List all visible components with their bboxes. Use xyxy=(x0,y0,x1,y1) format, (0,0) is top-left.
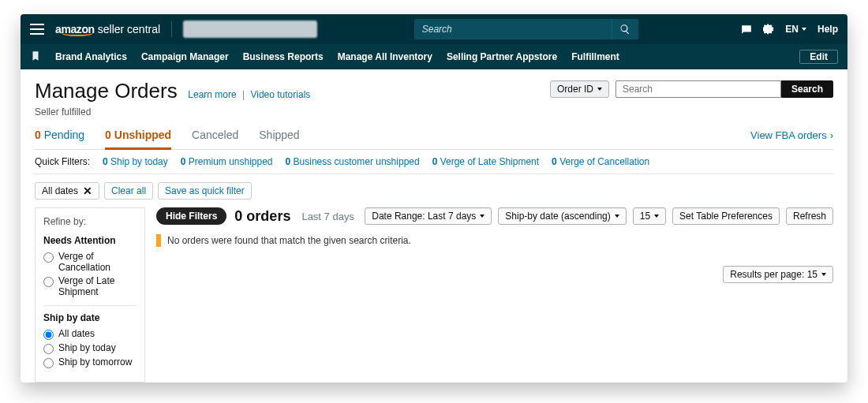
filter-chip-all-dates[interactable]: All dates ✕ xyxy=(35,182,99,200)
global-search xyxy=(414,19,638,39)
logo-sub: seller central xyxy=(98,23,160,35)
fba-link-label: View FBA orders xyxy=(750,129,827,141)
help-link[interactable]: Help xyxy=(817,24,838,35)
tab-count: 0 xyxy=(105,129,111,141)
qf-business-customer-unshipped[interactable]: 0 Business customer unshipped xyxy=(286,156,420,167)
warning-bar-icon xyxy=(156,234,161,247)
edit-nav-button[interactable]: Edit xyxy=(799,50,838,64)
results-per-page-dropdown[interactable]: Results per page: 15 xyxy=(723,266,833,283)
language-label: EN xyxy=(785,24,799,35)
date-range-dropdown[interactable]: Date Range: Last 7 days xyxy=(365,207,492,225)
tab-pending[interactable]: 0 Pending xyxy=(35,129,84,147)
save-quick-filter-button[interactable]: Save as quick filter xyxy=(158,182,252,200)
search-icon xyxy=(619,24,630,35)
orders-count: 0 orders xyxy=(234,208,290,225)
learn-more-link[interactable]: Learn more xyxy=(188,89,236,100)
logo-main: amazon xyxy=(55,23,95,35)
nav-campaign-manager[interactable]: Campaign Manager xyxy=(141,51,229,62)
sort-dropdown[interactable]: Ship-by date (ascending) xyxy=(498,207,626,225)
orders-range-label: Last 7 days xyxy=(301,211,354,222)
tab-label: Pending xyxy=(44,129,84,141)
tab-unshipped[interactable]: 0 Unshipped xyxy=(105,129,171,150)
radio-ship-by-today[interactable]: Ship by today xyxy=(43,342,137,354)
chevron-down-icon xyxy=(615,215,619,218)
language-selector[interactable]: EN xyxy=(785,24,806,35)
global-search-button[interactable] xyxy=(612,19,638,39)
chip-label: All dates xyxy=(42,185,78,196)
empty-state-message: No orders were found that match the give… xyxy=(156,234,833,247)
tab-shipped[interactable]: Shipped xyxy=(259,129,299,147)
refine-by-label: Refine by: xyxy=(43,216,137,227)
tab-label: Unshipped xyxy=(114,129,171,141)
logo[interactable]: amazon seller central xyxy=(55,23,160,35)
radio-all-dates[interactable]: All dates xyxy=(43,328,137,340)
nav-business-reports[interactable]: Business Reports xyxy=(243,51,324,62)
quick-filters-label: Quick Filters: xyxy=(35,156,90,167)
messages-icon[interactable] xyxy=(741,24,752,35)
account-selector-placeholder[interactable] xyxy=(183,21,317,38)
hide-filters-button[interactable]: Hide Filters xyxy=(156,207,226,225)
menu-icon[interactable] xyxy=(30,24,44,35)
tab-label: Shipped xyxy=(259,129,299,141)
tab-label: Canceled xyxy=(192,129,238,141)
nav-fulfillment[interactable]: Fulfillment xyxy=(571,51,619,62)
video-tutorials-link[interactable]: Video tutorials xyxy=(250,89,310,100)
chevron-right-icon: › xyxy=(830,129,833,141)
order-search-button[interactable]: Search xyxy=(781,80,833,98)
chevron-down-icon xyxy=(821,273,826,276)
radio-ship-by-tomorrow[interactable]: Ship by tomorrow xyxy=(43,356,137,368)
tab-canceled[interactable]: Canceled xyxy=(192,129,238,147)
nav-manage-all-inventory[interactable]: Manage All Inventory xyxy=(338,51,432,62)
chevron-down-icon xyxy=(480,215,485,218)
chevron-down-icon xyxy=(802,28,806,31)
settings-icon[interactable] xyxy=(763,24,774,35)
qf-verge-late-shipment[interactable]: 0 Verge of Late Shipment xyxy=(432,156,539,167)
chevron-down-icon xyxy=(597,88,602,91)
page-subtitle: Seller fulfilled xyxy=(35,106,310,118)
global-search-input[interactable] xyxy=(414,19,612,39)
qf-premium-unshipped[interactable]: 0 Premium unshipped xyxy=(181,156,273,167)
bookmark-icon[interactable] xyxy=(30,50,41,64)
radio-verge-late-shipment[interactable]: Verge of Late Shipment xyxy=(43,275,137,297)
divider xyxy=(171,21,172,37)
refresh-button[interactable]: Refresh xyxy=(786,207,833,225)
divider: | xyxy=(242,89,245,100)
group-needs-attention: Needs Attention xyxy=(43,235,137,246)
group-ship-by-date: Ship by date xyxy=(43,305,137,323)
page-size-dropdown[interactable]: 15 xyxy=(633,207,666,225)
order-search-input[interactable] xyxy=(615,80,781,98)
view-fba-orders-link[interactable]: View FBA orders › xyxy=(750,129,833,147)
clear-all-button[interactable]: Clear all xyxy=(104,182,153,200)
close-icon[interactable]: ✕ xyxy=(83,185,92,196)
empty-state-text: No orders were found that match the give… xyxy=(167,235,411,246)
table-prefs-button[interactable]: Set Table Preferences xyxy=(672,207,780,225)
refine-sidebar: Refine by: Needs Attention Verge of Canc… xyxy=(35,207,145,382)
nav-selling-partner-appstore[interactable]: Selling Partner Appstore xyxy=(447,51,557,62)
nav-brand-analytics[interactable]: Brand Analytics xyxy=(55,51,127,62)
page-title: Manage Orders xyxy=(35,79,178,103)
search-type-label: Order ID xyxy=(557,84,593,95)
qf-verge-cancellation[interactable]: 0 Verge of Cancellation xyxy=(552,156,649,167)
chevron-down-icon xyxy=(654,215,659,218)
qf-ship-by-today[interactable]: 0 Ship by today xyxy=(103,156,168,167)
tab-count: 0 xyxy=(35,129,41,141)
search-type-dropdown[interactable]: Order ID xyxy=(550,80,609,98)
radio-verge-cancellation[interactable]: Verge of Cancellation xyxy=(43,251,137,273)
